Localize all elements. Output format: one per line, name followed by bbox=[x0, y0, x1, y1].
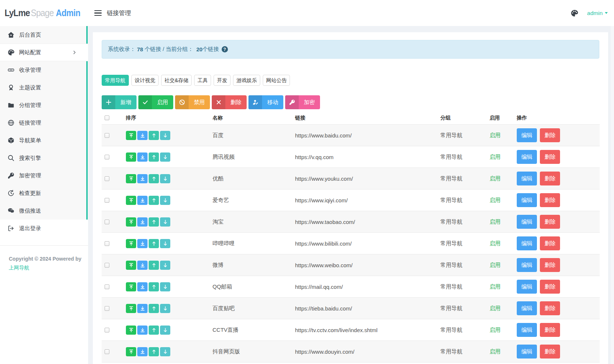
sidebar-item[interactable]: 网站配置 bbox=[0, 44, 88, 61]
move-down-button[interactable] bbox=[160, 174, 170, 183]
move-up-button[interactable] bbox=[149, 217, 159, 227]
move-up-button[interactable] bbox=[149, 174, 159, 183]
move-up-button[interactable] bbox=[149, 282, 159, 291]
row-checkbox[interactable] bbox=[105, 155, 109, 159]
move-to-top-button[interactable] bbox=[126, 326, 136, 335]
sidebar-item[interactable]: 导航菜单 bbox=[0, 132, 88, 149]
edit-button[interactable]: 编辑 bbox=[517, 236, 537, 250]
move-to-bottom-button[interactable] bbox=[137, 217, 148, 227]
move-to-bottom-button[interactable] bbox=[137, 239, 148, 248]
move-up-button[interactable] bbox=[149, 152, 159, 162]
move-down-button[interactable] bbox=[160, 282, 170, 291]
edit-button[interactable]: 编辑 bbox=[517, 215, 537, 229]
move-to-top-button[interactable] bbox=[126, 304, 136, 313]
row-checkbox[interactable] bbox=[105, 263, 109, 268]
brand-logo[interactable]: LyLme Spage Admin bbox=[0, 0, 78, 26]
sidebar-item[interactable]: 收录管理 bbox=[0, 61, 88, 79]
move-to-top-button[interactable] bbox=[126, 217, 136, 227]
delete-button[interactable]: 删除 bbox=[540, 128, 560, 142]
move-down-button[interactable] bbox=[160, 261, 170, 270]
move-to-top-button[interactable] bbox=[126, 347, 136, 356]
move-to-top-button[interactable] bbox=[126, 239, 136, 248]
move-to-bottom-button[interactable] bbox=[137, 261, 148, 270]
move-to-top-button[interactable] bbox=[126, 261, 136, 270]
move-up-button[interactable] bbox=[149, 326, 159, 335]
copyright-link[interactable]: 上网导航 bbox=[9, 265, 29, 271]
group-tab[interactable]: 游戏娱乐 bbox=[233, 75, 260, 86]
user-menu[interactable]: admin bbox=[587, 10, 610, 16]
move-to-bottom-button[interactable] bbox=[137, 196, 148, 205]
move-to-bottom-button[interactable] bbox=[137, 304, 148, 313]
theme-palette-icon[interactable] bbox=[571, 10, 578, 17]
page-scrollbar[interactable] bbox=[611, 26, 614, 364]
move-to-top-button[interactable] bbox=[126, 152, 136, 162]
toolbar-button[interactable]: 加密 bbox=[285, 95, 320, 109]
delete-button[interactable]: 删除 bbox=[540, 193, 560, 207]
row-checkbox[interactable] bbox=[105, 284, 109, 289]
move-down-button[interactable] bbox=[160, 196, 170, 205]
row-checkbox[interactable] bbox=[105, 198, 109, 203]
row-checkbox[interactable] bbox=[105, 328, 109, 332]
move-down-button[interactable] bbox=[160, 239, 170, 248]
sidebar-item[interactable]: 搜索引擎 bbox=[0, 149, 88, 167]
edit-button[interactable]: 编辑 bbox=[517, 280, 537, 294]
group-tab[interactable]: 设计视觉 bbox=[131, 75, 159, 86]
toolbar-button[interactable]: 启用 bbox=[138, 95, 173, 109]
move-to-top-button[interactable] bbox=[126, 282, 136, 291]
move-to-bottom-button[interactable] bbox=[137, 347, 148, 356]
move-down-button[interactable] bbox=[160, 131, 170, 140]
move-down-button[interactable] bbox=[160, 304, 170, 313]
move-to-top-button[interactable] bbox=[126, 174, 136, 183]
edit-button[interactable]: 编辑 bbox=[517, 128, 537, 142]
toolbar-button[interactable]: 新增 bbox=[102, 95, 137, 109]
move-up-button[interactable] bbox=[149, 239, 159, 248]
delete-button[interactable]: 删除 bbox=[540, 150, 560, 164]
delete-button[interactable]: 删除 bbox=[540, 258, 560, 272]
sidebar-item[interactable]: 后台首页 bbox=[0, 26, 88, 44]
edit-button[interactable]: 编辑 bbox=[517, 323, 537, 337]
move-down-button[interactable] bbox=[160, 217, 170, 227]
select-all-checkbox[interactable] bbox=[105, 115, 109, 120]
toolbar-button[interactable]: 禁用 bbox=[175, 95, 210, 109]
move-up-button[interactable] bbox=[149, 347, 159, 356]
sidebar-item[interactable]: 链接管理 bbox=[0, 114, 88, 132]
move-to-top-button[interactable] bbox=[126, 196, 136, 205]
sidebar-item[interactable]: 检查更新 bbox=[0, 184, 88, 202]
hamburger-menu-icon[interactable] bbox=[94, 9, 102, 18]
row-checkbox[interactable] bbox=[105, 220, 109, 224]
group-tab[interactable]: 社交&存储 bbox=[161, 75, 192, 86]
edit-button[interactable]: 编辑 bbox=[517, 150, 537, 164]
row-checkbox[interactable] bbox=[105, 133, 109, 138]
group-tab[interactable]: 开发 bbox=[214, 75, 230, 86]
sidebar-item[interactable]: 分组管理 bbox=[0, 96, 88, 114]
move-to-bottom-button[interactable] bbox=[137, 326, 148, 335]
group-tab[interactable]: 常用导航 bbox=[102, 75, 129, 86]
edit-button[interactable]: 编辑 bbox=[517, 345, 537, 359]
sidebar-item[interactable]: 微信推送 bbox=[0, 202, 88, 220]
group-tab[interactable]: 网站公告 bbox=[263, 75, 290, 86]
delete-button[interactable]: 删除 bbox=[540, 280, 560, 294]
move-to-bottom-button[interactable] bbox=[137, 131, 148, 140]
sidebar-item[interactable]: 主题设置 bbox=[0, 79, 88, 96]
toolbar-button[interactable]: 移动 bbox=[248, 95, 283, 109]
delete-button[interactable]: 删除 bbox=[540, 215, 560, 229]
help-question-icon[interactable]: ? bbox=[222, 46, 228, 52]
move-to-bottom-button[interactable] bbox=[137, 152, 148, 162]
delete-button[interactable]: 删除 bbox=[540, 172, 560, 185]
move-down-button[interactable] bbox=[160, 326, 170, 335]
move-up-button[interactable] bbox=[149, 131, 159, 140]
move-down-button[interactable] bbox=[160, 347, 170, 356]
sidebar-item[interactable]: 加密管理 bbox=[0, 167, 88, 184]
toolbar-button[interactable]: 删除 bbox=[212, 95, 247, 109]
delete-button[interactable]: 删除 bbox=[540, 301, 560, 315]
move-to-top-button[interactable] bbox=[126, 131, 136, 140]
delete-button[interactable]: 删除 bbox=[540, 236, 560, 250]
edit-button[interactable]: 编辑 bbox=[517, 258, 537, 272]
delete-button[interactable]: 删除 bbox=[540, 345, 560, 359]
row-checkbox[interactable] bbox=[105, 306, 109, 311]
move-to-bottom-button[interactable] bbox=[137, 282, 148, 291]
row-checkbox[interactable] bbox=[105, 349, 109, 354]
sidebar-item-logout[interactable]: 退出登录 bbox=[0, 220, 88, 237]
move-up-button[interactable] bbox=[149, 261, 159, 270]
row-checkbox[interactable] bbox=[105, 176, 109, 181]
